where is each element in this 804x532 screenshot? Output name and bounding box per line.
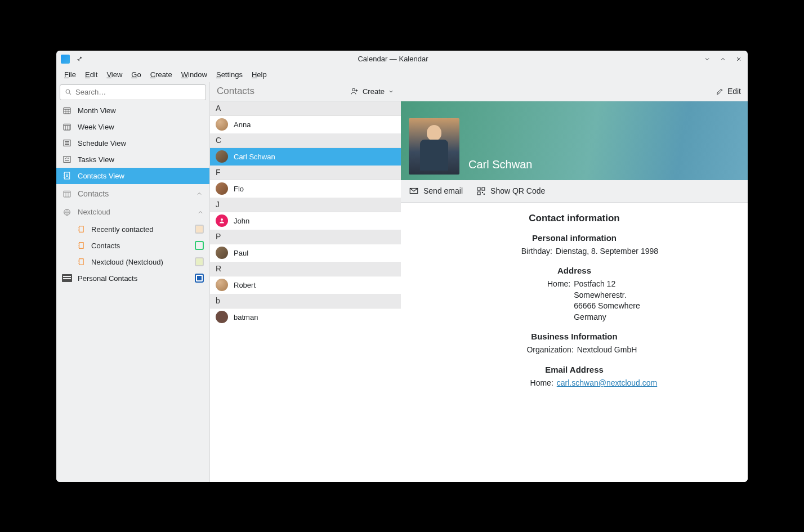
- sidebar-view-week[interactable]: Week View: [56, 119, 209, 135]
- menu-create[interactable]: Create: [146, 69, 177, 80]
- org-value: Nextcloud GmbH: [577, 345, 637, 356]
- contact-row[interactable]: Carl Schwan: [210, 148, 401, 166]
- show-qr-button[interactable]: Show QR Code: [476, 186, 545, 196]
- contact-photo: [409, 118, 459, 175]
- label: Personal Contacts: [78, 274, 137, 283]
- letter-header: b: [210, 294, 401, 309]
- svg-rect-35: [79, 243, 84, 249]
- address-value: Postfach 12Somewherestr.66666 SomewhereG…: [574, 279, 640, 323]
- menu-go[interactable]: Go: [127, 69, 145, 80]
- menu-settings[interactable]: Settings: [212, 69, 247, 80]
- letter-header: A: [210, 101, 401, 116]
- business-heading: Business Information: [412, 332, 736, 341]
- avatar: [216, 214, 228, 227]
- svg-rect-31: [79, 226, 84, 233]
- addressbook-2[interactable]: Nextcloud (Nextcloud): [56, 254, 209, 270]
- body: Month ViewWeek ViewSchedule ViewTasks Vi…: [56, 82, 748, 482]
- create-button[interactable]: Create: [350, 87, 394, 96]
- svg-rect-52: [484, 193, 485, 194]
- send-email-button[interactable]: Send email: [409, 186, 463, 196]
- avatar: [216, 182, 228, 195]
- addressbook-1[interactable]: Contacts: [56, 238, 209, 254]
- email-link[interactable]: carl.schwan@nextcloud.com: [557, 378, 657, 387]
- color-swatch[interactable]: [195, 225, 204, 234]
- email-heading: Email Address: [412, 365, 736, 374]
- view-list: Month ViewWeek ViewSchedule ViewTasks Vi…: [56, 102, 209, 184]
- create-label: Create: [363, 87, 385, 96]
- address-row: Home: Postfach 12Somewherestr.66666 Some…: [412, 279, 736, 323]
- label: Contacts View: [78, 172, 124, 180]
- menubar: FileEditViewGoCreateWindowSettingsHelp: [56, 68, 748, 82]
- sidebar: Month ViewWeek ViewSchedule ViewTasks Vi…: [56, 82, 209, 482]
- color-swatch[interactable]: [195, 274, 204, 283]
- qr-icon: [476, 186, 486, 196]
- email-label: Home:: [492, 378, 553, 389]
- svg-rect-50: [477, 191, 480, 194]
- email-value: carl.schwan@nextcloud.com: [557, 378, 657, 389]
- contact-name: Robert: [234, 281, 256, 289]
- schedule-icon: [62, 138, 72, 148]
- month-icon: [62, 105, 72, 115]
- sidebar-view-month[interactable]: Month View: [56, 102, 209, 119]
- edit-button[interactable]: Edit: [716, 87, 741, 96]
- contacts-header: Contacts Create: [210, 82, 401, 101]
- letter-header: F: [210, 166, 401, 180]
- color-swatch[interactable]: [195, 257, 204, 266]
- contact-row[interactable]: Paul: [210, 244, 401, 262]
- svg-point-43: [352, 88, 355, 91]
- detail-toolbar: Edit: [401, 82, 748, 101]
- contact-name: batman: [234, 313, 258, 321]
- contact-row[interactable]: Flo: [210, 180, 401, 198]
- label: Month View: [78, 106, 116, 115]
- contact-row[interactable]: Anna: [210, 116, 401, 133]
- sidebar-view-contacts[interactable]: Contacts View: [56, 168, 209, 184]
- svg-line-1: [69, 93, 71, 95]
- pencil-icon: [716, 87, 724, 96]
- address-heading: Address: [412, 266, 736, 275]
- pin-icon[interactable]: [75, 55, 83, 63]
- contacts-icon: [62, 171, 72, 181]
- avatar: [216, 150, 228, 163]
- group-label: Nextcloud: [78, 208, 110, 216]
- sidebar-section-contacts[interactable]: Contacts: [56, 184, 209, 203]
- contact-row[interactable]: Robert: [210, 276, 401, 294]
- personal-heading: Personal information: [412, 233, 736, 243]
- sidebar-view-schedule[interactable]: Schedule View: [56, 135, 209, 151]
- contact-list[interactable]: AAnnaCCarl SchwanFFloJJohnPPaulRRobertbb…: [210, 101, 401, 326]
- section-label: Contacts: [78, 189, 109, 198]
- menu-view[interactable]: View: [102, 69, 127, 80]
- search-field[interactable]: [75, 88, 201, 96]
- menu-file[interactable]: File: [60, 69, 81, 80]
- chevron-up-icon: [195, 189, 204, 198]
- maximize-icon[interactable]: [718, 55, 727, 64]
- svg-rect-24: [64, 191, 70, 197]
- contact-hero: Carl Schwan: [401, 101, 748, 180]
- minimize-icon[interactable]: [703, 55, 712, 64]
- contact-row[interactable]: John: [210, 212, 401, 230]
- contact-row[interactable]: batman: [210, 309, 401, 326]
- contact-name: John: [234, 217, 249, 225]
- email-row: Home: carl.schwan@nextcloud.com: [412, 378, 736, 389]
- address-label: Home:: [508, 279, 570, 323]
- contact-name: Anna: [234, 120, 251, 129]
- mail-icon: [409, 186, 419, 196]
- color-swatch[interactable]: [195, 241, 204, 250]
- info-heading: Contact information: [412, 213, 736, 224]
- tasks-icon: [62, 154, 72, 164]
- action-bar: Send email Show QR Code: [401, 180, 748, 203]
- calendar-grid-icon: [62, 189, 72, 199]
- search-input[interactable]: [60, 84, 206, 100]
- addressbook-0[interactable]: Recently contacted: [56, 221, 209, 238]
- sidebar-view-tasks[interactable]: Tasks View: [56, 151, 209, 168]
- addressbook-icon: [77, 257, 86, 266]
- menu-edit[interactable]: Edit: [81, 69, 102, 80]
- contact-name: Carl Schwan: [234, 153, 275, 161]
- sidebar-group-nextcloud[interactable]: Nextcloud: [56, 203, 209, 221]
- storage-icon: [62, 274, 72, 282]
- close-icon[interactable]: [734, 55, 743, 64]
- menu-help[interactable]: Help: [247, 69, 271, 80]
- contact-info: Contact information Personal information…: [401, 203, 748, 399]
- sidebar-item-personal-contacts[interactable]: Personal Contacts: [56, 270, 209, 287]
- menu-window[interactable]: Window: [177, 69, 212, 80]
- addressbook-icon: [77, 225, 86, 234]
